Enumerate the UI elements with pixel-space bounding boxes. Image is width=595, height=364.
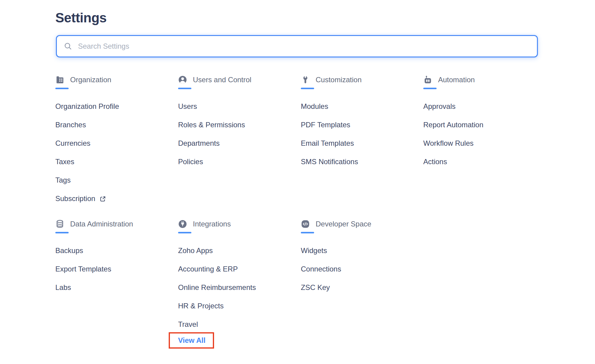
settings-link-connections[interactable]: Connections — [301, 260, 417, 278]
settings-link-departments[interactable]: Departments — [178, 134, 294, 152]
section-organization: Organization Organization Profile Branch… — [55, 75, 172, 208]
section-customization-header: Customization — [301, 75, 417, 85]
view-all-link[interactable]: View All — [178, 336, 206, 345]
search-box[interactable] — [56, 35, 538, 57]
section-underline — [178, 88, 191, 89]
settings-link-email-templates[interactable]: Email Templates — [301, 134, 417, 152]
settings-link-online-reimbursements[interactable]: Online Reimbursements — [178, 278, 294, 297]
settings-link-approvals[interactable]: Approvals — [423, 97, 540, 115]
section-underline — [301, 232, 314, 233]
section-developer-space: Developer Space Widgets Connections ZSC … — [301, 219, 417, 297]
settings-link-taxes[interactable]: Taxes — [55, 152, 172, 171]
section-customization: Customization Modules PDF Templates Emai… — [301, 75, 417, 171]
section-automation: Automation Approvals Report Automation W… — [423, 75, 540, 171]
settings-link-organization-profile[interactable]: Organization Profile — [55, 97, 172, 115]
settings-link-workflow-rules[interactable]: Workflow Rules — [423, 134, 540, 152]
section-organization-header: Organization — [55, 75, 172, 85]
search-icon — [63, 42, 73, 51]
settings-link-actions[interactable]: Actions — [423, 152, 540, 171]
settings-link-zsc-key[interactable]: ZSC Key — [301, 278, 417, 297]
building-icon — [55, 75, 64, 84]
user-circle-icon — [178, 75, 187, 84]
database-icon — [55, 219, 64, 229]
settings-link-roles-permissions[interactable]: Roles & Permissions — [178, 115, 294, 134]
settings-link-labs[interactable]: Labs — [55, 278, 172, 297]
section-underline — [55, 232, 69, 233]
section-data-administration-header: Data Administration — [55, 219, 172, 229]
settings-link-currencies[interactable]: Currencies — [55, 134, 172, 152]
page-title: Settings — [55, 10, 107, 25]
section-label: Integrations — [193, 220, 231, 228]
section-users-and-control-header: Users and Control — [178, 75, 294, 85]
view-all-highlight-box: View All — [169, 332, 214, 349]
settings-link-report-automation[interactable]: Report Automation — [423, 115, 540, 134]
section-underline — [423, 88, 437, 89]
search-input[interactable] — [77, 42, 531, 51]
section-label: Data Administration — [70, 220, 133, 228]
plug-icon — [178, 219, 187, 229]
settings-link-export-templates[interactable]: Export Templates — [55, 260, 172, 278]
robot-icon — [423, 75, 432, 84]
section-label: Developer Space — [316, 220, 371, 228]
section-automation-header: Automation — [423, 75, 540, 85]
settings-link-hr-projects[interactable]: HR & Projects — [178, 297, 294, 315]
wrench-icon — [301, 75, 310, 84]
settings-link-users[interactable]: Users — [178, 97, 294, 115]
section-integrations: Integrations Zoho Apps Accounting & ERP … — [178, 219, 294, 349]
settings-link-travel[interactable]: Travel — [178, 315, 294, 333]
settings-link-tags[interactable]: Tags — [55, 171, 172, 189]
external-link-icon — [99, 196, 106, 202]
section-developer-space-header: Developer Space — [301, 219, 417, 229]
settings-link-sms-notifications[interactable]: SMS Notifications — [301, 152, 417, 171]
section-label: Organization — [70, 76, 111, 84]
settings-page: Settings Organization — [0, 0, 595, 364]
settings-link-branches[interactable]: Branches — [55, 115, 172, 134]
section-label: Customization — [316, 76, 362, 84]
section-users-and-control: Users and Control Users Roles & Permissi… — [178, 75, 294, 171]
settings-link-policies[interactable]: Policies — [178, 152, 294, 171]
settings-link-subscription[interactable]: Subscription — [55, 189, 172, 208]
settings-link-pdf-templates[interactable]: PDF Templates — [301, 115, 417, 134]
section-underline — [301, 88, 314, 89]
section-integrations-header: Integrations — [178, 219, 294, 229]
settings-link-modules[interactable]: Modules — [301, 97, 417, 115]
settings-link-backups[interactable]: Backups — [55, 241, 172, 260]
section-underline — [178, 232, 191, 233]
section-label: Automation — [438, 76, 475, 84]
settings-link-zoho-apps[interactable]: Zoho Apps — [178, 241, 294, 260]
section-label: Users and Control — [193, 76, 251, 84]
section-data-administration: Data Administration Backups Export Templ… — [55, 219, 172, 297]
settings-link-accounting-erp[interactable]: Accounting & ERP — [178, 260, 294, 278]
section-underline — [55, 88, 69, 89]
settings-link-widgets[interactable]: Widgets — [301, 241, 417, 260]
code-icon — [301, 219, 310, 229]
